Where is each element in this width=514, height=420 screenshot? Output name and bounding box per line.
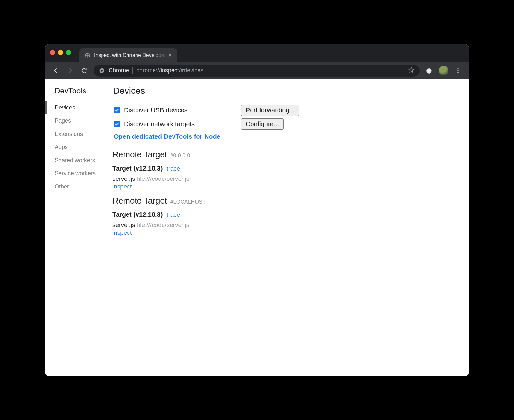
- titlebar: Inspect with Chrome Developer: [45, 44, 469, 62]
- svg-point-4: [457, 70, 458, 71]
- maximize-window-icon[interactable]: [66, 50, 71, 55]
- remote-target: Remote Target#LOCALHOSTTarget (v12.18.3)…: [112, 196, 459, 236]
- checkmark-icon: [114, 107, 120, 113]
- remote-target-hash: #0.0.0.0: [170, 153, 190, 159]
- remote-target: Remote Target#0.0.0.0Target (v12.18.3)tr…: [112, 150, 459, 190]
- remote-target-label: Remote Target: [112, 150, 167, 160]
- close-tab-icon[interactable]: [167, 52, 173, 58]
- sidebar-heading: DevTools: [46, 86, 112, 101]
- discover-usb-row: Discover USB devices Port forwarding...: [112, 105, 459, 116]
- target-file-name: server.js: [112, 175, 135, 182]
- forward-button[interactable]: [64, 64, 76, 77]
- page-title: Devices: [112, 86, 459, 96]
- page-content: DevTools DevicesPagesExtensionsAppsShare…: [45, 79, 469, 376]
- sidebar-item-devices[interactable]: Devices: [45, 101, 112, 114]
- discover-usb-checkbox[interactable]: Discover USB devices: [112, 107, 241, 114]
- window-controls: [50, 50, 71, 55]
- browser-window: Inspect with Chrome Developer Chrome chr…: [45, 44, 469, 376]
- sidebar-item-service-workers[interactable]: Service workers: [46, 167, 112, 180]
- chrome-icon: [99, 68, 105, 74]
- inspect-link[interactable]: inspect: [112, 183, 459, 190]
- trace-link[interactable]: trace: [166, 211, 180, 218]
- address-toolbar: Chrome chrome://inspect/#devices: [45, 62, 469, 79]
- target-title: Target (v12.18.3): [112, 165, 163, 172]
- sidebar-item-other[interactable]: Other: [46, 180, 112, 193]
- target-file-path: file:///code/server.js: [137, 175, 190, 182]
- port-forwarding-button[interactable]: Port forwarding...: [241, 105, 299, 116]
- omnibox-product: Chrome: [109, 67, 133, 74]
- remote-target-header: Remote Target#LOCALHOST: [112, 196, 459, 206]
- remote-target-label: Remote Target: [112, 196, 167, 206]
- trace-link[interactable]: trace: [166, 165, 180, 172]
- main-panel: Devices Discover USB devices Port forwar…: [112, 79, 469, 376]
- back-button[interactable]: [49, 64, 62, 77]
- target-file-name: server.js: [112, 222, 135, 228]
- sidebar-item-extensions[interactable]: Extensions: [46, 127, 112, 141]
- sidebar-item-shared-workers[interactable]: Shared workers: [46, 154, 112, 167]
- browser-tab[interactable]: Inspect with Chrome Developer: [79, 48, 177, 62]
- address-bar[interactable]: Chrome chrome://inspect/#devices: [94, 65, 420, 77]
- configure-button[interactable]: Configure...: [241, 118, 284, 130]
- target-title: Target (v12.18.3): [112, 211, 163, 218]
- svg-point-2: [101, 70, 103, 72]
- extensions-button[interactable]: [423, 64, 436, 77]
- divider: [112, 101, 459, 101]
- close-window-icon[interactable]: [50, 50, 55, 55]
- tab-title: Inspect with Chrome Developer: [94, 52, 166, 58]
- svg-point-5: [457, 72, 458, 73]
- reload-button[interactable]: [78, 64, 91, 77]
- sidebar: DevTools DevicesPagesExtensionsAppsShare…: [45, 79, 112, 376]
- bookmark-star-icon[interactable]: [408, 67, 414, 74]
- open-node-devtools-link[interactable]: Open dedicated DevTools for Node: [114, 133, 220, 140]
- sidebar-item-pages[interactable]: Pages: [46, 114, 112, 127]
- svg-point-3: [457, 68, 458, 69]
- remote-target-hash: #LOCALHOST: [170, 199, 206, 205]
- remote-target-header: Remote Target#0.0.0.0: [112, 150, 459, 160]
- discover-network-checkbox[interactable]: Discover network targets: [112, 120, 241, 128]
- target-file-path: file:///code/server.js: [137, 222, 190, 228]
- minimize-window-icon[interactable]: [58, 50, 63, 55]
- globe-icon: [84, 52, 91, 58]
- discover-network-row: Discover network targets Configure...: [112, 118, 459, 130]
- checkmark-icon: [114, 121, 120, 127]
- sidebar-item-apps[interactable]: Apps: [46, 141, 112, 154]
- omnibox-url: chrome://inspect/#devices: [137, 67, 203, 74]
- menu-button[interactable]: [452, 64, 465, 77]
- divider: [112, 144, 459, 144]
- inspect-link[interactable]: inspect: [112, 229, 459, 236]
- profile-avatar[interactable]: [439, 66, 448, 75]
- new-tab-button[interactable]: [183, 48, 193, 58]
